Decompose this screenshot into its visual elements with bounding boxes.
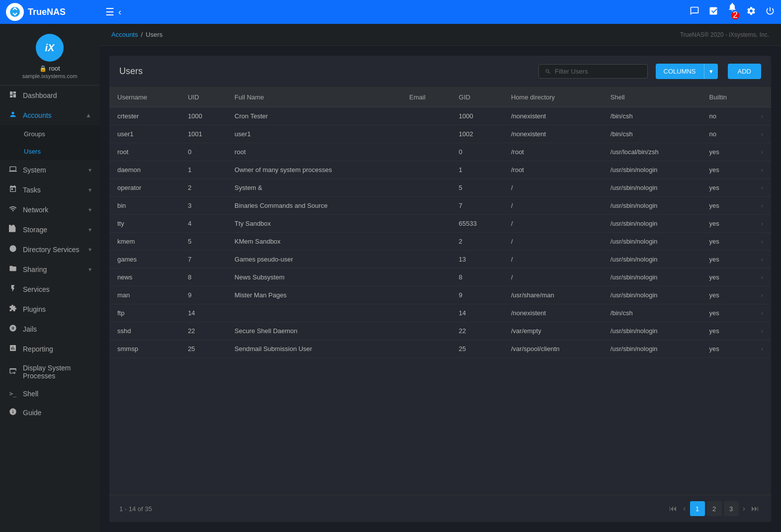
breadcrumb: Accounts / Users TrueNAS® 2020 - iXsyste… <box>99 24 781 46</box>
last-page-button[interactable]: ⏭ <box>749 504 761 513</box>
table-cell: bin <box>109 197 180 215</box>
sidebar-item-services[interactable]: Services <box>0 279 99 299</box>
tasks-icon[interactable] <box>708 6 718 18</box>
table-cell: ftp <box>109 304 180 322</box>
row-expand-arrow[interactable]: › <box>753 233 771 251</box>
row-expand-arrow[interactable]: › <box>753 286 771 304</box>
page-1-button[interactable]: 1 <box>690 501 705 516</box>
table-cell: sshd <box>109 322 180 340</box>
row-expand-arrow[interactable]: › <box>753 322 771 340</box>
table-cell: 65533 <box>451 215 503 233</box>
sidebar-item-reporting[interactable]: Reporting <box>0 339 99 359</box>
hamburger-icon[interactable]: ☰ <box>105 6 114 18</box>
table-row[interactable]: tty4Tty Sandbox65533//usr/sbin/nologinye… <box>109 215 771 233</box>
page-2-button[interactable]: 2 <box>707 501 722 516</box>
table-cell: news <box>109 268 180 286</box>
row-expand-arrow[interactable]: › <box>753 215 771 233</box>
table-row[interactable]: operator2System &5//usr/sbin/nologinyes› <box>109 179 771 197</box>
sidebar-item-accounts[interactable]: Accounts ▲ <box>0 105 99 125</box>
prev-page-button[interactable]: ‹ <box>681 504 688 513</box>
row-expand-arrow[interactable]: › <box>753 268 771 286</box>
table-cell: 9 <box>451 286 503 304</box>
table-cell: /usr/sbin/nologin <box>603 286 701 304</box>
table-cell: operator <box>109 179 180 197</box>
sidebar-item-display-system-processes[interactable]: Display System Processes <box>0 359 99 385</box>
sidebar-item-tasks[interactable]: Tasks ▾ <box>0 180 99 200</box>
notification-badge: 2 <box>731 11 739 19</box>
sidebar-item-network[interactable]: Network ▾ <box>0 200 99 220</box>
table-cell: /usr/share/man <box>503 286 603 304</box>
row-expand-arrow[interactable]: › <box>753 179 771 197</box>
notifications-icon[interactable]: 2 <box>727 2 737 22</box>
sidebar-item-users[interactable]: Users <box>0 143 99 160</box>
table-cell: / <box>503 197 603 215</box>
chevron-down-icon: ▾ <box>88 206 91 213</box>
pagination: 1 - 14 of 35 ⏮ ‹ 1 2 3 › ⏭ <box>109 495 771 522</box>
table-row[interactable]: root0root0/root/usr/local/bin/zshyes› <box>109 143 771 161</box>
sidebar-item-groups[interactable]: Groups <box>0 125 99 143</box>
sidebar-hostname: sample.ixsystems.com <box>22 73 78 79</box>
table-row[interactable]: games7Games pseudo-user13//usr/sbin/nolo… <box>109 251 771 268</box>
row-expand-arrow[interactable]: › <box>753 107 771 125</box>
table-cell: 22 <box>451 322 503 340</box>
sidebar-item-sharing[interactable]: Sharing ▾ <box>0 260 99 279</box>
table-row[interactable]: bin3Binaries Commands and Source7//usr/s… <box>109 197 771 215</box>
sidebar-item-storage[interactable]: Storage ▾ <box>0 220 99 240</box>
add-button[interactable]: ADD <box>728 64 761 79</box>
next-page-button[interactable]: › <box>741 504 747 513</box>
svg-point-1 <box>9 245 16 252</box>
table-cell: yes <box>701 304 753 322</box>
feedback-icon[interactable] <box>690 6 699 18</box>
columns-button[interactable]: COLUMNS <box>656 64 704 79</box>
search-input[interactable] <box>555 68 641 75</box>
table-cell: yes <box>701 143 753 161</box>
table-cell: no <box>701 125 753 143</box>
sidebar-item-dashboard[interactable]: Dashboard <box>0 86 99 105</box>
sidebar-item-jails[interactable]: Jails <box>0 319 99 339</box>
accounts-icon <box>8 110 18 120</box>
services-icon <box>8 284 18 294</box>
breadcrumb-right: TrueNAS® 2020 - iXsystems, Inc. <box>680 31 769 38</box>
table-cell: yes <box>701 215 753 233</box>
table-body: crtester1000Cron Tester1000/nonexistent/… <box>109 107 771 358</box>
row-expand-arrow[interactable]: › <box>753 340 771 358</box>
columns-dropdown-button[interactable]: ▾ <box>704 64 718 79</box>
table-cell: 8 <box>451 268 503 286</box>
row-expand-arrow[interactable]: › <box>753 197 771 215</box>
table-cell: 8 <box>180 268 227 286</box>
breadcrumb-parent[interactable]: Accounts <box>111 31 138 38</box>
sidebar-item-directory-services[interactable]: Directory Services ▾ <box>0 240 99 260</box>
table-row[interactable]: news8News Subsystem8//usr/sbin/nologinye… <box>109 268 771 286</box>
table-cell: Mister Man Pages <box>227 286 401 304</box>
table-row[interactable]: ftp1414/nonexistent/bin/cshyes› <box>109 304 771 322</box>
sidebar-item-guide[interactable]: Guide <box>0 403 99 423</box>
sidebar-item-system[interactable]: System ▾ <box>0 160 99 180</box>
table-row[interactable]: user11001user11002/nonexistent/bin/cshno… <box>109 125 771 143</box>
search-icon <box>545 68 551 75</box>
row-expand-arrow[interactable]: › <box>753 125 771 143</box>
table-row[interactable]: smmsp25Sendmail Submission User25/var/sp… <box>109 340 771 358</box>
page-3-button[interactable]: 3 <box>724 501 739 516</box>
power-icon[interactable] <box>765 6 775 18</box>
table-row[interactable]: daemon1Owner of many system processes1/r… <box>109 161 771 179</box>
first-page-button[interactable]: ⏮ <box>667 504 679 513</box>
table-row[interactable]: man9Mister Man Pages9/usr/share/man/usr/… <box>109 286 771 304</box>
table-cell: 7 <box>451 197 503 215</box>
row-expand-arrow[interactable]: › <box>753 304 771 322</box>
table-cell: yes <box>701 268 753 286</box>
row-expand-arrow[interactable]: › <box>753 161 771 179</box>
table-row[interactable]: kmem5KMem Sandbox2//usr/sbin/nologinyes› <box>109 233 771 251</box>
table-row[interactable]: sshd22Secure Shell Daemon22/var/empty/us… <box>109 322 771 340</box>
row-expand-arrow[interactable]: › <box>753 143 771 161</box>
table-cell: /usr/local/bin/zsh <box>603 143 701 161</box>
settings-icon[interactable] <box>746 6 756 18</box>
table-row[interactable]: crtester1000Cron Tester1000/nonexistent/… <box>109 107 771 125</box>
table-cell: 5 <box>451 179 503 197</box>
table-cell: Tty Sandbox <box>227 215 401 233</box>
sharing-icon <box>8 265 18 274</box>
sidebar-item-plugins[interactable]: Plugins <box>0 299 99 319</box>
sidebar-item-shell[interactable]: >_ Shell <box>0 385 99 403</box>
row-expand-arrow[interactable]: › <box>753 251 771 268</box>
back-icon[interactable]: ‹ <box>118 7 121 17</box>
breadcrumb-separator: / <box>141 31 143 38</box>
